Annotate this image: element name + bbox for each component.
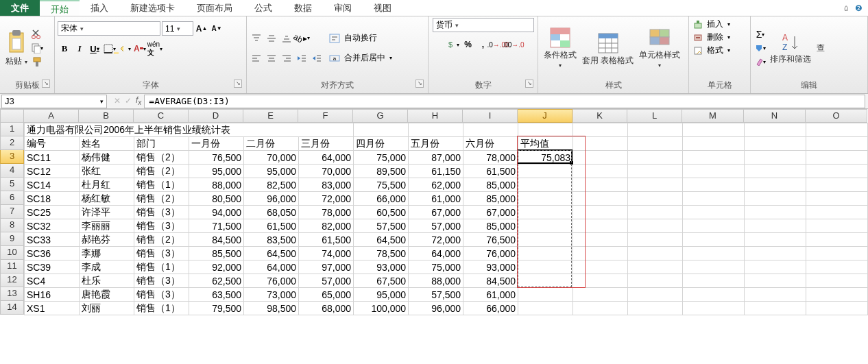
data-cell[interactable]: 唐艳霞 [80, 288, 134, 302]
percent-button[interactable]: % [461, 38, 475, 51]
col-header-J[interactable]: J [518, 109, 572, 123]
data-cell[interactable]: 67,000 [409, 206, 463, 219]
cell[interactable] [745, 302, 806, 315]
data-cell[interactable]: 64,000 [299, 151, 354, 165]
row-header-12[interactable]: 12 [0, 274, 24, 287]
header-cell[interactable]: 姓名 [80, 137, 134, 151]
cell[interactable] [573, 178, 628, 192]
data-cell[interactable]: SC18 [25, 192, 80, 206]
dialog-launcher-align[interactable]: ↘ [415, 80, 424, 88]
row-header-7[interactable]: 7 [0, 205, 24, 219]
data-cell[interactable]: 93,000 [354, 260, 409, 274]
cell[interactable] [573, 274, 628, 288]
data-cell[interactable]: 68,050 [244, 206, 299, 219]
data-cell[interactable]: 李丽丽 [80, 219, 134, 233]
cell[interactable] [628, 178, 683, 192]
data-cell[interactable]: 85,000 [463, 219, 518, 233]
cell[interactable] [745, 247, 806, 260]
data-cell[interactable]: 57,500 [409, 288, 463, 302]
tab-file[interactable]: 文件 [0, 0, 40, 16]
cell[interactable] [745, 260, 806, 274]
cell[interactable] [683, 165, 745, 178]
data-cell[interactable]: 李娜 [80, 247, 134, 260]
format-painter-button[interactable] [30, 55, 44, 69]
data-cell[interactable]: 76,000 [244, 274, 299, 288]
font-name-combo[interactable]: 宋体▾ [58, 21, 160, 36]
cell[interactable] [806, 233, 868, 247]
data-cell[interactable]: 销售（2） [134, 233, 189, 247]
cell[interactable] [806, 274, 868, 288]
data-cell[interactable]: 68,000 [299, 302, 354, 315]
col-header-G[interactable]: G [353, 109, 408, 123]
data-cell[interactable] [518, 219, 573, 233]
col-header-K[interactable]: K [572, 109, 627, 123]
data-cell[interactable]: 销售（3） [134, 247, 189, 260]
cell[interactable] [573, 219, 628, 233]
col-header-O[interactable]: O [806, 109, 867, 123]
cell[interactable] [806, 288, 868, 302]
data-cell[interactable]: 杜月红 [80, 178, 134, 192]
data-cell[interactable] [518, 260, 573, 274]
data-cell[interactable]: 61,500 [299, 233, 354, 247]
data-cell[interactable]: 57,000 [299, 274, 354, 288]
data-cell[interactable]: 62,000 [409, 178, 463, 192]
data-cell[interactable] [518, 302, 573, 315]
number-format-combo[interactable]: 货币▾ [433, 18, 534, 32]
conditional-format-button[interactable]: 条件格式▾ [541, 25, 579, 71]
wrap-text-button[interactable]: 自动换行 [328, 32, 396, 45]
data-cell[interactable]: 83,000 [299, 178, 354, 192]
header-cell[interactable]: 六月份 [463, 137, 518, 151]
data-cell[interactable]: 76,500 [463, 233, 518, 247]
cell[interactable] [628, 206, 683, 219]
data-cell[interactable]: SC33 [25, 233, 80, 247]
cell[interactable] [628, 137, 683, 151]
data-cell[interactable]: 88,000 [409, 274, 463, 288]
cell[interactable] [573, 206, 628, 219]
cell[interactable] [683, 137, 745, 151]
cell[interactable] [354, 123, 409, 137]
sort-filter-button[interactable]: AZ 排序和筛选 [767, 32, 814, 64]
bold-button[interactable]: B [58, 42, 71, 56]
copy-button[interactable]: ▾ [30, 41, 44, 55]
data-cell[interactable] [518, 206, 573, 219]
cell[interactable] [518, 123, 573, 137]
find-select-button[interactable]: 查 [814, 43, 828, 53]
data-cell[interactable]: 67,500 [354, 274, 409, 288]
data-cell[interactable]: SC11 [25, 151, 80, 165]
cut-button[interactable] [30, 27, 44, 41]
cell[interactable] [573, 123, 628, 137]
accounting-button[interactable]: $▾ [446, 38, 460, 51]
data-cell[interactable]: 94,000 [189, 206, 244, 219]
cell[interactable] [573, 165, 628, 178]
grow-font-button[interactable]: A▲ [195, 22, 208, 36]
data-cell[interactable]: 70,000 [244, 151, 299, 165]
cell[interactable] [683, 288, 745, 302]
header-cell[interactable]: 一月份 [189, 137, 244, 151]
row-header-14[interactable]: 14 [0, 301, 24, 315]
clear-button[interactable]: ▾ [754, 55, 767, 69]
align-left-button[interactable] [250, 51, 263, 65]
cell[interactable] [806, 302, 868, 315]
data-cell[interactable]: 61,000 [409, 192, 463, 206]
data-cell[interactable]: 75,000 [409, 260, 463, 274]
header-cell[interactable]: 平均值 [518, 137, 573, 151]
cell[interactable] [573, 247, 628, 260]
header-cell[interactable]: 编号 [25, 137, 80, 151]
cell[interactable] [683, 192, 745, 206]
tab-home[interactable]: 开始 [40, 0, 80, 16]
col-header-D[interactable]: D [189, 109, 243, 123]
data-cell[interactable]: 郝艳芬 [80, 233, 134, 247]
phonetic-button[interactable]: wén文▾ [148, 42, 162, 56]
cell[interactable] [628, 274, 683, 288]
orientation-button[interactable]: ab▸▾ [295, 32, 309, 45]
cell[interactable] [573, 137, 628, 151]
data-cell[interactable]: 98,500 [244, 302, 299, 315]
data-cell[interactable]: 张红 [80, 165, 134, 178]
data-cell[interactable]: XS1 [25, 302, 80, 315]
cell[interactable] [683, 302, 745, 315]
col-header-F[interactable]: F [298, 109, 353, 123]
data-cell[interactable]: 57,000 [409, 219, 463, 233]
data-cell[interactable]: 75,500 [354, 178, 409, 192]
header-cell[interactable]: 部门 [134, 137, 189, 151]
cell[interactable] [683, 178, 745, 192]
